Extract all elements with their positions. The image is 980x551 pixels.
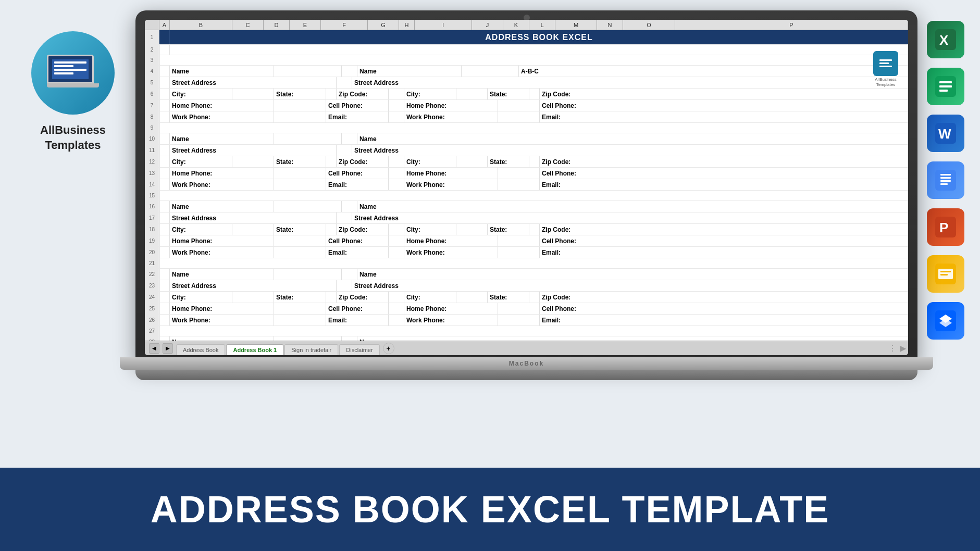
row-20-spacer1 bbox=[274, 247, 326, 258]
row-13-spacer1 bbox=[274, 168, 326, 179]
row-13-h bbox=[389, 168, 404, 179]
row-10-a bbox=[159, 133, 170, 144]
row-11: 11 Street Address Street Address bbox=[145, 145, 908, 156]
row-14-h bbox=[389, 179, 404, 190]
row-11-addr-left: Street Address bbox=[170, 145, 337, 156]
row-7-home-right: Home Phone: bbox=[404, 100, 498, 111]
row-25: 25 Home Phone: Cell Phone: Home Phone: C… bbox=[145, 303, 908, 315]
row-10-num: 10 bbox=[145, 133, 159, 144]
row-26: 26 Work Phone: Email: Work Phone: Email: bbox=[145, 315, 908, 326]
row-14-email-right: Email: bbox=[540, 179, 908, 190]
word-icon[interactable]: W bbox=[927, 115, 964, 152]
row-18-a bbox=[159, 224, 170, 235]
row-14-a bbox=[159, 179, 170, 190]
row-23-a bbox=[159, 280, 170, 291]
row-18-zip-left: Zip Code: bbox=[337, 224, 389, 235]
row-8-work-left: Work Phone: bbox=[170, 111, 274, 122]
dropbox-icon[interactable] bbox=[927, 302, 964, 340]
row-6-state-left-spacer bbox=[232, 89, 274, 99]
row-5-addr-right: Street Address bbox=[352, 77, 908, 88]
row-15-num: 15 bbox=[145, 191, 159, 201]
row-18-zip-right: Zip Code: bbox=[540, 224, 908, 235]
macbook-foot bbox=[135, 370, 917, 380]
row-20-email-left: Email: bbox=[326, 247, 389, 258]
tab-nav-right[interactable]: ▶ bbox=[163, 343, 173, 354]
row-1-num: 1 bbox=[145, 30, 159, 44]
add-sheet-button[interactable]: + bbox=[383, 343, 394, 354]
row-4-h bbox=[342, 66, 357, 77]
row-12-zip-left: Zip Code: bbox=[337, 156, 389, 167]
row-26-work-left: Work Phone: bbox=[170, 315, 274, 325]
col-d-header: D bbox=[264, 20, 290, 30]
row-25-cell-left: Cell Phone: bbox=[326, 303, 389, 314]
row-16-h bbox=[342, 201, 357, 212]
row-9-num: 9 bbox=[145, 123, 159, 133]
row-26-spacer1 bbox=[274, 315, 326, 325]
row-9-rest bbox=[159, 123, 908, 133]
row-7-spacer2 bbox=[498, 100, 540, 111]
row-22-name-left: Name bbox=[170, 269, 274, 280]
tab-address-book-1[interactable]: Address Book 1 bbox=[226, 344, 283, 355]
row-20-h bbox=[389, 247, 404, 258]
tab-nav-left[interactable]: ◀ bbox=[149, 343, 159, 354]
col-m-header: M bbox=[555, 20, 597, 30]
row-3: 3 bbox=[145, 55, 908, 66]
row-15-rest bbox=[159, 191, 908, 201]
sheet-tab-bar: ◀ ▶ Address Book Address Book 1 Sign in … bbox=[145, 341, 908, 355]
bottom-banner: ADDRESS BOOK EXCEL TEMPLATE bbox=[0, 468, 980, 551]
row-24-city-left: City: bbox=[170, 292, 232, 303]
macbook-label: MacBook bbox=[120, 357, 933, 370]
col-c-header: C bbox=[232, 20, 264, 30]
row-18-spacer3 bbox=[529, 224, 540, 235]
col-a-header: A bbox=[159, 20, 170, 30]
row-19-a bbox=[159, 235, 170, 246]
tab-address-book[interactable]: Address Book bbox=[176, 344, 225, 355]
row-7: 7 Home Phone: Cell Phone: Home Phone: Ce… bbox=[145, 100, 908, 111]
row-num-header bbox=[145, 20, 159, 30]
row-10-spacer1 bbox=[274, 133, 342, 144]
row-14-work-right: Work Phone: bbox=[404, 179, 498, 190]
row-24-city-right: City: bbox=[404, 292, 456, 303]
row-24: 24 City: State: Zip Code: City: State: Z… bbox=[145, 292, 908, 303]
row-23-h bbox=[337, 280, 352, 291]
row-24-spacer3 bbox=[529, 292, 540, 303]
svg-rect-3 bbox=[939, 81, 952, 83]
row-24-state-right: State: bbox=[488, 292, 529, 303]
row-27: 27 bbox=[145, 326, 908, 336]
row-6-state-right-spacer bbox=[456, 89, 488, 99]
svg-text:X: X bbox=[939, 32, 949, 48]
row-1-a bbox=[159, 30, 170, 44]
row-4-abc: A-B-C bbox=[519, 66, 908, 77]
laptop-line-2 bbox=[54, 65, 73, 67]
google-docs-icon[interactable] bbox=[927, 161, 964, 199]
row-25-home-right: Home Phone: bbox=[404, 303, 498, 314]
left-logo-area: AllBusiness Templates bbox=[16, 31, 130, 153]
col-n-header: N bbox=[597, 20, 623, 30]
row-6-city-right: City: bbox=[404, 89, 456, 99]
row-4-num: 4 bbox=[145, 66, 159, 77]
company-name: AllBusiness Templates bbox=[40, 123, 106, 153]
col-h-header: H bbox=[399, 20, 415, 30]
row-20-work-left: Work Phone: bbox=[170, 247, 274, 258]
row-24-num: 24 bbox=[145, 292, 159, 303]
macbook-base: MacBook bbox=[120, 357, 933, 370]
row-20-num: 20 bbox=[145, 247, 159, 258]
row-25-cell-right: Cell Phone: bbox=[540, 303, 908, 314]
row-10: 10 Name Name bbox=[145, 133, 908, 145]
row-13-home-right: Home Phone: bbox=[404, 168, 498, 179]
google-sheets-icon[interactable] bbox=[927, 68, 964, 105]
tab-disclaimer[interactable]: Disclaimer bbox=[339, 344, 379, 355]
tab-sign-in-tradefair[interactable]: Sign in tradefair bbox=[284, 344, 338, 355]
row-12-zip-right: Zip Code: bbox=[540, 156, 908, 167]
row-14-email-left: Email: bbox=[326, 179, 389, 190]
powerpoint-icon[interactable]: P bbox=[927, 208, 964, 246]
abt-watermark: AllBusinessTemplates bbox=[867, 51, 904, 87]
row-3-num: 3 bbox=[145, 55, 159, 65]
row-3-rest bbox=[159, 55, 908, 65]
google-slides-icon[interactable] bbox=[927, 255, 964, 293]
row-17-addr-right: Street Address bbox=[352, 212, 908, 223]
excel-icon[interactable]: X bbox=[927, 21, 964, 58]
row-11-h bbox=[337, 145, 352, 156]
row-26-email-right: Email: bbox=[540, 315, 908, 325]
row-23: 23 Street Address Street Address bbox=[145, 280, 908, 292]
